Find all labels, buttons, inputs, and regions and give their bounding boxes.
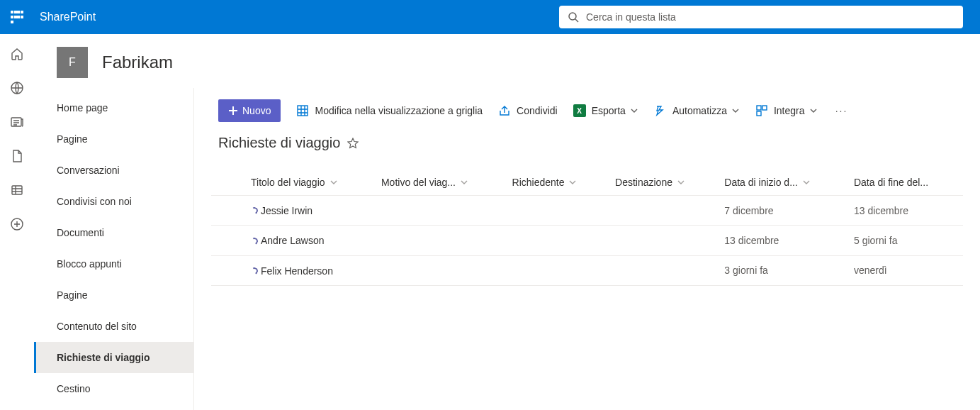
- list-icon[interactable]: [10, 183, 24, 197]
- add-icon[interactable]: [10, 217, 24, 231]
- row-select[interactable]: [211, 226, 245, 255]
- chevron-down-icon: [731, 106, 740, 115]
- svg-rect-4: [12, 186, 22, 194]
- flow-icon: [654, 104, 667, 117]
- col-trip-title[interactable]: Titolo del viaggio: [245, 170, 376, 196]
- more-commands-button[interactable]: ···: [833, 102, 850, 119]
- col-destination[interactable]: Destinazione: [609, 170, 719, 196]
- cell-reason: [376, 255, 507, 285]
- col-end-date[interactable]: Data di fine del...: [848, 170, 963, 196]
- automate-button[interactable]: Automatizza: [654, 104, 740, 117]
- chevron-down-icon: [460, 178, 468, 187]
- nav-item[interactable]: Documenti: [34, 217, 193, 248]
- app-launcher-icon[interactable]: [9, 9, 26, 26]
- col-end-label: Data di fine del...: [854, 177, 928, 188]
- cell-end-date: 5 giorni fa: [848, 226, 963, 255]
- cell-trip-title[interactable]: Andre Lawson: [245, 226, 376, 255]
- col-destination-label: Destinazione: [615, 177, 672, 188]
- cell-trip-title[interactable]: Felix Henderson: [245, 255, 376, 285]
- automate-label: Automatizza: [672, 105, 727, 116]
- chevron-down-icon: [802, 178, 811, 187]
- cell-end-date: venerdì: [848, 255, 963, 285]
- presence-icon: [250, 206, 259, 216]
- nav-item[interactable]: Condivisi con noi: [34, 186, 193, 217]
- cell-trip-title[interactable]: Jessie Irwin: [245, 196, 376, 226]
- brand-label[interactable]: SharePoint: [40, 11, 96, 23]
- chevron-down-icon: [330, 178, 338, 187]
- svg-point-0: [569, 13, 576, 20]
- svg-rect-8: [762, 106, 767, 110]
- grid-edit-button[interactable]: Modifica nella visualizzazione a griglia: [296, 104, 483, 117]
- table-row[interactable]: Jessie Irwin7 dicembre13 dicembre: [211, 196, 963, 226]
- nav-item[interactable]: Pagine: [34, 279, 193, 311]
- globe-icon[interactable]: [10, 81, 24, 95]
- cell-reason: [376, 226, 507, 255]
- cell-requester: [507, 255, 610, 285]
- chevron-down-icon: [677, 178, 685, 187]
- presence-icon: [250, 236, 259, 245]
- cell-end-date: 13 dicembre: [848, 196, 963, 226]
- cell-start-date: 7 dicembre: [719, 196, 848, 226]
- table-row[interactable]: Andre Lawson13 dicembre5 giorni fa: [211, 226, 963, 255]
- integrate-icon: [755, 104, 768, 117]
- nav-item[interactable]: Blocco appunti: [34, 248, 193, 279]
- col-reason-label: Motivo del viag...: [381, 177, 456, 188]
- left-nav: Home pagePagineConversazioniCondivisi co…: [34, 88, 194, 410]
- site-title[interactable]: Fabrikam: [102, 52, 173, 72]
- svg-line-1: [575, 19, 578, 22]
- col-requester[interactable]: Richiedente: [507, 170, 610, 196]
- svg-rect-6: [298, 106, 308, 116]
- excel-icon: X: [573, 104, 586, 117]
- grid-icon: [296, 104, 309, 117]
- nav-item[interactable]: Home page: [34, 92, 193, 123]
- presence-icon: [250, 266, 259, 275]
- chevron-down-icon: [809, 106, 818, 115]
- site-logo[interactable]: F: [57, 47, 88, 78]
- nav-item[interactable]: Cestino: [34, 373, 193, 404]
- search-input[interactable]: [586, 11, 954, 23]
- nav-item[interactable]: Contenuto del sito: [34, 311, 193, 342]
- cell-start-date: 13 dicembre: [719, 226, 848, 255]
- search-wrap: [559, 6, 963, 28]
- nav-item[interactable]: Conversazioni: [34, 155, 193, 186]
- command-bar: Nuovo Modifica nella visualizzazione a g…: [211, 88, 963, 129]
- col-start-date[interactable]: Data di inizio d...: [719, 170, 848, 196]
- select-all-header[interactable]: [211, 170, 245, 196]
- row-select[interactable]: [211, 196, 245, 226]
- cell-requester: [507, 196, 610, 226]
- share-label: Condividi: [517, 105, 558, 116]
- integrate-label: Integra: [774, 105, 805, 116]
- site-header: F Fabrikam: [34, 34, 980, 88]
- table-row[interactable]: Felix Henderson3 giorni favenerdì: [211, 255, 963, 285]
- nav-item[interactable]: Pagine: [34, 123, 193, 155]
- export-button[interactable]: X Esporta: [573, 104, 638, 117]
- cell-destination: [609, 196, 719, 226]
- left-rail: [0, 34, 34, 410]
- search-icon: [568, 11, 579, 23]
- new-button[interactable]: Nuovo: [218, 99, 281, 122]
- file-icon[interactable]: [10, 149, 24, 163]
- cell-destination: [609, 226, 719, 255]
- chevron-down-icon: [568, 178, 577, 187]
- col-reason[interactable]: Motivo del viag...: [376, 170, 507, 196]
- integrate-button[interactable]: Integra: [755, 104, 818, 117]
- row-select[interactable]: [211, 255, 245, 285]
- export-label: Esporta: [592, 105, 626, 116]
- new-button-label: Nuovo: [242, 105, 271, 116]
- search-box[interactable]: [559, 6, 963, 28]
- suite-header: SharePoint: [0, 0, 980, 34]
- favorite-star-icon[interactable]: [347, 138, 359, 149]
- share-button[interactable]: Condividi: [498, 104, 558, 117]
- col-start-label: Data di inizio d...: [724, 177, 798, 188]
- col-requester-label: Richiedente: [512, 177, 565, 188]
- grid-edit-label: Modifica nella visualizzazione a griglia: [315, 105, 483, 116]
- home-icon[interactable]: [10, 47, 24, 61]
- items-table: Titolo del viaggio Motivo del viag... Ri…: [211, 170, 963, 286]
- news-icon[interactable]: [10, 115, 24, 129]
- nav-item[interactable]: Richieste di viaggio: [34, 342, 193, 373]
- share-icon: [498, 104, 511, 117]
- chevron-down-icon: [630, 106, 638, 115]
- cell-start-date: 3 giorni fa: [719, 255, 848, 285]
- cell-reason: [376, 196, 507, 226]
- cell-requester: [507, 226, 610, 255]
